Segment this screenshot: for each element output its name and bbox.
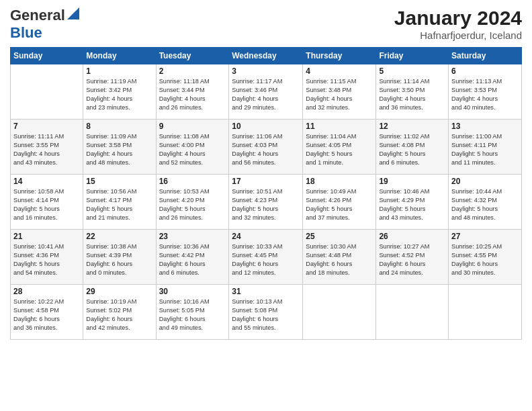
calendar-cell: 20Sunrise: 10:44 AMSunset: 4:32 PMDaylig… xyxy=(449,175,522,230)
calendar-cell: 26Sunrise: 10:27 AMSunset: 4:52 PMDaylig… xyxy=(376,230,449,285)
day-number: 3 xyxy=(232,66,300,76)
day-number: 25 xyxy=(306,232,373,241)
calendar-header-sunday: Sunday xyxy=(11,48,83,64)
day-number: 30 xyxy=(159,287,226,296)
calendar-cell: 15Sunrise: 10:56 AMSunset: 4:17 PMDaylig… xyxy=(83,175,156,230)
day-number: 15 xyxy=(86,177,152,186)
day-info: Sunrise: 10:16 AMSunset: 5:05 PMDaylight… xyxy=(159,298,226,332)
day-number: 8 xyxy=(86,122,152,131)
day-number: 9 xyxy=(159,122,226,131)
day-number: 14 xyxy=(13,177,80,186)
day-info: Sunrise: 11:13 AMSunset: 3:53 PMDaylight… xyxy=(451,77,519,112)
calendar-cell: 2Sunrise: 11:18 AMSunset: 3:44 PMDayligh… xyxy=(156,64,229,120)
calendar-header-tuesday: Tuesday xyxy=(156,48,229,64)
calendar-cell: 7Sunrise: 11:11 AMSunset: 3:55 PMDayligh… xyxy=(11,120,83,175)
calendar-cell xyxy=(303,285,376,340)
day-info: Sunrise: 10:49 AMSunset: 4:26 PMDaylight… xyxy=(306,187,373,222)
calendar-week-row: 1Sunrise: 11:19 AMSunset: 3:42 PMDayligh… xyxy=(11,64,522,120)
day-info: Sunrise: 10:56 AMSunset: 4:17 PMDaylight… xyxy=(86,187,152,222)
day-number: 21 xyxy=(13,232,80,241)
calendar-cell: 13Sunrise: 11:00 AMSunset: 4:11 PMDaylig… xyxy=(449,120,522,175)
page: General Blue January 2024 Hafnarfjoerdur… xyxy=(0,0,532,347)
calendar-cell: 24Sunrise: 10:33 AMSunset: 4:45 PMDaylig… xyxy=(229,230,303,285)
day-info: Sunrise: 11:11 AMSunset: 3:55 PMDaylight… xyxy=(13,132,80,167)
calendar-week-row: 21Sunrise: 10:41 AMSunset: 4:36 PMDaylig… xyxy=(11,230,522,285)
day-number: 20 xyxy=(451,177,519,186)
calendar-header-friday: Friday xyxy=(376,48,449,64)
day-number: 11 xyxy=(306,122,373,131)
day-number: 22 xyxy=(86,232,152,241)
day-info: Sunrise: 11:18 AMSunset: 3:44 PMDaylight… xyxy=(159,77,226,112)
day-number: 6 xyxy=(451,66,519,76)
day-number: 5 xyxy=(379,66,445,76)
calendar-header-wednesday: Wednesday xyxy=(229,48,303,64)
day-number: 2 xyxy=(159,66,226,76)
calendar-cell: 4Sunrise: 11:15 AMSunset: 3:48 PMDayligh… xyxy=(303,64,376,120)
day-info: Sunrise: 10:51 AMSunset: 4:23 PMDaylight… xyxy=(232,187,300,222)
day-number: 1 xyxy=(86,66,152,76)
month-year: January 2024 xyxy=(394,7,522,30)
day-number: 27 xyxy=(451,232,519,241)
day-info: Sunrise: 11:19 AMSunset: 3:42 PMDaylight… xyxy=(86,77,152,112)
calendar-cell: 6Sunrise: 11:13 AMSunset: 3:53 PMDayligh… xyxy=(449,64,522,120)
location: Hafnarfjoerdur, Iceland xyxy=(394,30,522,41)
day-info: Sunrise: 11:06 AMSunset: 4:03 PMDaylight… xyxy=(232,132,300,167)
day-number: 23 xyxy=(159,232,226,241)
header: General Blue January 2024 Hafnarfjoerdur… xyxy=(10,7,522,42)
calendar-cell: 8Sunrise: 11:09 AMSunset: 3:58 PMDayligh… xyxy=(83,120,156,175)
calendar-header-monday: Monday xyxy=(83,48,156,64)
calendar-cell xyxy=(376,285,449,340)
calendar-cell: 19Sunrise: 10:46 AMSunset: 4:29 PMDaylig… xyxy=(376,175,449,230)
day-info: Sunrise: 10:27 AMSunset: 4:52 PMDaylight… xyxy=(379,242,445,277)
day-info: Sunrise: 10:19 AMSunset: 5:02 PMDaylight… xyxy=(86,298,152,332)
day-info: Sunrise: 11:17 AMSunset: 3:46 PMDaylight… xyxy=(232,77,300,112)
calendar-cell xyxy=(11,64,83,120)
day-number: 16 xyxy=(159,177,226,186)
calendar-cell: 23Sunrise: 10:36 AMSunset: 4:42 PMDaylig… xyxy=(156,230,229,285)
title-block: January 2024 Hafnarfjoerdur, Iceland xyxy=(394,7,522,41)
calendar-cell: 12Sunrise: 11:02 AMSunset: 4:08 PMDaylig… xyxy=(376,120,449,175)
day-info: Sunrise: 10:58 AMSunset: 4:14 PMDaylight… xyxy=(13,187,80,222)
calendar-cell: 21Sunrise: 10:41 AMSunset: 4:36 PMDaylig… xyxy=(11,230,83,285)
day-number: 7 xyxy=(13,122,80,131)
day-number: 18 xyxy=(306,177,373,186)
calendar-cell: 30Sunrise: 10:16 AMSunset: 5:05 PMDaylig… xyxy=(156,285,229,340)
calendar-cell: 1Sunrise: 11:19 AMSunset: 3:42 PMDayligh… xyxy=(83,64,156,120)
day-number: 10 xyxy=(232,122,300,131)
logo-general: General xyxy=(10,7,65,24)
calendar-cell: 10Sunrise: 11:06 AMSunset: 4:03 PMDaylig… xyxy=(229,120,303,175)
calendar-cell: 9Sunrise: 11:08 AMSunset: 4:00 PMDayligh… xyxy=(156,120,229,175)
day-number: 24 xyxy=(232,232,300,241)
day-info: Sunrise: 10:41 AMSunset: 4:36 PMDaylight… xyxy=(13,242,80,277)
day-number: 17 xyxy=(232,177,300,186)
calendar-week-row: 7Sunrise: 11:11 AMSunset: 3:55 PMDayligh… xyxy=(11,120,522,175)
day-info: Sunrise: 10:22 AMSunset: 4:58 PMDaylight… xyxy=(13,298,80,332)
day-info: Sunrise: 11:00 AMSunset: 4:11 PMDaylight… xyxy=(451,132,519,167)
day-info: Sunrise: 10:25 AMSunset: 4:55 PMDaylight… xyxy=(451,242,519,277)
day-number: 4 xyxy=(306,66,373,76)
day-number: 28 xyxy=(13,287,80,296)
calendar-cell: 28Sunrise: 10:22 AMSunset: 4:58 PMDaylig… xyxy=(11,285,83,340)
calendar-cell: 3Sunrise: 11:17 AMSunset: 3:46 PMDayligh… xyxy=(229,64,303,120)
day-info: Sunrise: 11:02 AMSunset: 4:08 PMDaylight… xyxy=(379,132,445,167)
calendar-header-saturday: Saturday xyxy=(449,48,522,64)
calendar-table: SundayMondayTuesdayWednesdayThursdayFrid… xyxy=(10,47,522,340)
logo-triangle xyxy=(67,7,79,22)
calendar-cell: 17Sunrise: 10:51 AMSunset: 4:23 PMDaylig… xyxy=(229,175,303,230)
day-info: Sunrise: 10:36 AMSunset: 4:42 PMDaylight… xyxy=(159,242,226,277)
calendar-cell: 25Sunrise: 10:30 AMSunset: 4:48 PMDaylig… xyxy=(303,230,376,285)
calendar-cell: 22Sunrise: 10:38 AMSunset: 4:39 PMDaylig… xyxy=(83,230,156,285)
day-number: 19 xyxy=(379,177,445,186)
day-info: Sunrise: 10:38 AMSunset: 4:39 PMDaylight… xyxy=(86,242,152,277)
calendar-cell: 5Sunrise: 11:14 AMSunset: 3:50 PMDayligh… xyxy=(376,64,449,120)
day-number: 31 xyxy=(232,287,300,296)
day-info: Sunrise: 11:09 AMSunset: 3:58 PMDaylight… xyxy=(86,132,152,167)
calendar-cell: 11Sunrise: 11:04 AMSunset: 4:05 PMDaylig… xyxy=(303,120,376,175)
day-number: 26 xyxy=(379,232,445,241)
day-info: Sunrise: 10:33 AMSunset: 4:45 PMDaylight… xyxy=(232,242,300,277)
calendar-cell: 16Sunrise: 10:53 AMSunset: 4:20 PMDaylig… xyxy=(156,175,229,230)
day-info: Sunrise: 10:44 AMSunset: 4:32 PMDaylight… xyxy=(451,187,519,222)
day-number: 13 xyxy=(451,122,519,131)
calendar-cell: 31Sunrise: 10:13 AMSunset: 5:08 PMDaylig… xyxy=(229,285,303,340)
day-number: 29 xyxy=(86,287,152,296)
